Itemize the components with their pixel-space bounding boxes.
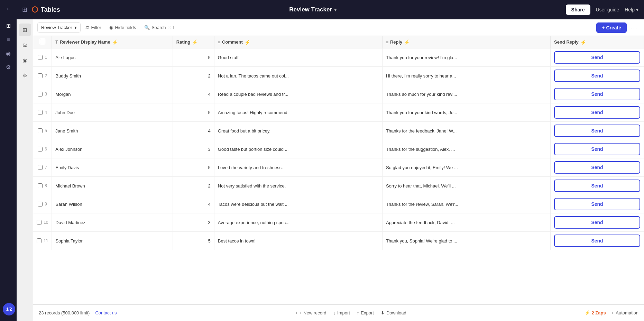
reply-cell: Thank you for your review! I'm gla... <box>382 48 550 67</box>
row-checkbox[interactable] <box>38 202 43 207</box>
main-content: ⊞ ⬡ Tables Review Tracker ▾ Share User g… <box>17 0 644 321</box>
more-options-button[interactable]: ⋯ <box>628 22 640 34</box>
send-button[interactable]: Send <box>554 70 640 82</box>
logo-icon: ⬡ <box>31 5 38 14</box>
th-comment: ≡ Comment ⚡ <box>214 36 382 48</box>
plus-icon: + <box>295 310 298 315</box>
view-label: Review Tracker <box>41 25 72 30</box>
row-checkbox[interactable] <box>38 110 43 115</box>
reply-cell: Thanks so much for your kind revi... <box>382 85 550 103</box>
reviewer-name-cell: Buddy Smith <box>52 67 173 85</box>
send-button[interactable]: Send <box>554 161 640 174</box>
automation-label: Automation <box>616 310 638 315</box>
checkbox-header <box>33 36 52 48</box>
help-link[interactable]: Help ▾ <box>625 7 638 12</box>
row-checkbox[interactable] <box>38 73 43 78</box>
send-button[interactable]: Send <box>554 180 640 192</box>
tune-icon[interactable]: ≡ <box>2 33 15 46</box>
filter-button[interactable]: ⚖ Filter <box>82 23 105 32</box>
nav-right: Share User guide Help ▾ <box>566 4 638 15</box>
row-checkbox[interactable] <box>38 55 43 60</box>
back-button[interactable]: ← <box>2 3 15 15</box>
automation-button[interactable]: + Automation <box>611 310 638 315</box>
view-icon[interactable]: ◉ <box>2 47 15 59</box>
table-scroll[interactable]: T Reviewer Display Name ⚡ Rating ⚡ <box>33 36 644 304</box>
reviewer-name-cell: Emily Davis <box>52 158 173 177</box>
create-button[interactable]: + Create <box>596 22 627 33</box>
settings-panel-icon[interactable]: ⚙ <box>19 69 31 82</box>
import-button[interactable]: ↓ Import <box>333 310 350 315</box>
view-selector-button[interactable]: Review Tracker ▾ <box>37 22 81 33</box>
send-reply-bolt-icon: ⚡ <box>580 39 586 45</box>
import-icon: ↓ <box>333 310 336 315</box>
send-reply-cell: Send <box>551 140 644 158</box>
new-record-button[interactable]: + + New record <box>295 310 326 315</box>
row-checkbox[interactable] <box>38 165 43 170</box>
send-button[interactable]: Send <box>554 198 640 210</box>
row-number: 6 <box>33 140 52 158</box>
reply-cell: Sorry to hear that, Michael. We'll ... <box>382 177 550 195</box>
row-checkbox[interactable] <box>38 147 43 152</box>
view-chevron: ▾ <box>74 25 77 30</box>
share-button[interactable]: Share <box>566 4 590 15</box>
export-icon: ↑ <box>357 310 359 315</box>
send-button[interactable]: Send <box>554 235 640 247</box>
bottom-bar-right: ⚡ 2 Zaps + Automation <box>585 310 638 315</box>
table-row: 7 Emily Davis 5 Loved the variety and fr… <box>33 158 644 177</box>
table-view-icon[interactable]: ⊞ <box>19 24 31 36</box>
th-send-reply: Send Reply ⚡ <box>551 36 644 48</box>
reviewer-name-cell: Alex Johnson <box>52 140 173 158</box>
comment-type-icon: ≡ <box>218 40 220 45</box>
filter-label: Filter <box>91 25 101 30</box>
app-logo: ⬡ Tables <box>31 5 60 14</box>
automation-plus-icon: + <box>611 310 614 315</box>
th-reply: ≡ Reply ⚡ <box>382 36 550 48</box>
search-button[interactable]: 🔍 Search ⌘ f <box>141 23 177 32</box>
send-button[interactable]: Send <box>554 51 640 64</box>
name-bolt-icon: ⚡ <box>112 39 118 45</box>
zaps-indicator[interactable]: ⚡ 2 Zaps <box>585 310 606 315</box>
grid-icon[interactable]: ⊞ <box>2 19 15 32</box>
comment-cell: Good taste but portion size could ... <box>214 140 382 158</box>
table-row: 6 Alex Johnson 3 Good taste but portion … <box>33 140 644 158</box>
contact-us-link[interactable]: Contact us <box>95 310 117 315</box>
records-table: T Reviewer Display Name ⚡ Rating ⚡ <box>33 36 644 250</box>
row-checkbox[interactable] <box>38 128 43 133</box>
row-checkbox[interactable] <box>38 92 43 97</box>
select-all-checkbox[interactable] <box>40 39 45 44</box>
export-button[interactable]: ↑ Export <box>357 310 374 315</box>
settings-sidebar-icon[interactable]: ⚙ <box>2 61 15 73</box>
col-name-label: Reviewer Display Name <box>60 39 110 45</box>
table-row: 4 John Doe 5 Amazing tacos! Highly recom… <box>33 103 644 122</box>
hide-panel-icon[interactable]: ◉ <box>19 54 31 66</box>
send-button[interactable]: Send <box>554 125 640 137</box>
nav-title-chevron[interactable]: ▾ <box>334 7 337 12</box>
th-rating: Rating ⚡ <box>173 36 214 48</box>
download-button[interactable]: ⬇ Download <box>381 310 406 315</box>
search-icon: 🔍 <box>144 25 150 30</box>
send-button[interactable]: Send <box>554 216 640 229</box>
send-reply-cell: Send <box>551 213 644 232</box>
user-guide-link[interactable]: User guide <box>596 7 619 12</box>
reply-type-icon: ≡ <box>386 40 388 45</box>
rating-bolt-icon: ⚡ <box>192 39 198 45</box>
row-checkbox[interactable] <box>37 220 42 225</box>
row-number: 11 <box>33 232 52 250</box>
comment-cell: Not a fan. The tacos came out col... <box>214 67 382 85</box>
download-icon: ⬇ <box>381 310 385 315</box>
row-checkbox[interactable] <box>38 183 43 188</box>
grid-apps-icon[interactable]: ⊞ <box>22 6 27 13</box>
send-button[interactable]: Send <box>554 143 640 155</box>
filter-panel-icon[interactable]: ⚖ <box>19 39 31 51</box>
name-type-icon: T <box>55 40 58 45</box>
reply-cell: Appreciate the feedback, David. ... <box>382 213 550 232</box>
send-button[interactable]: Send <box>554 88 640 100</box>
th-name: T Reviewer Display Name ⚡ <box>52 36 173 48</box>
comment-cell: Not very satisfied with the service. <box>214 177 382 195</box>
row-checkbox[interactable] <box>37 238 42 243</box>
table-header-row: T Reviewer Display Name ⚡ Rating ⚡ <box>33 36 644 48</box>
reply-cell: Thanks for the review, Sarah. We'r... <box>382 195 550 213</box>
hide-fields-button[interactable]: ◉ Hide fields <box>106 23 139 32</box>
rating-cell: 5 <box>173 232 214 250</box>
send-button[interactable]: Send <box>554 106 640 119</box>
